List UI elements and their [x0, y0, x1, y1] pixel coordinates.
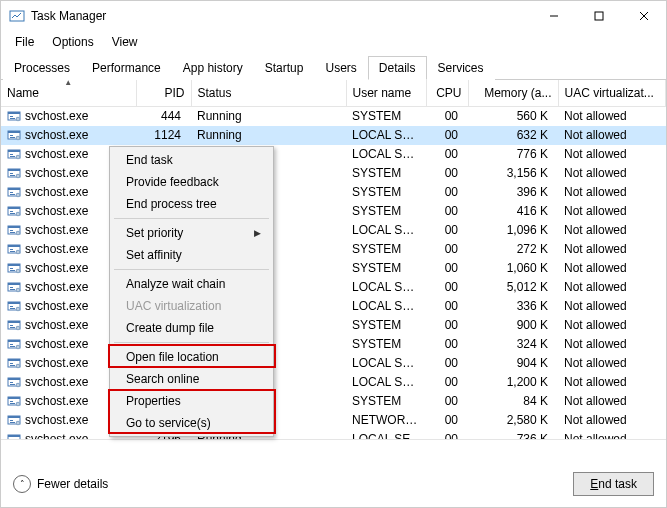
process-uac: Not allowed: [558, 126, 666, 145]
table-row[interactable]: svchost.exe444RunningSYSTEM00560 KNot al…: [1, 107, 666, 126]
column-header-memory[interactable]: Memory (a...: [468, 80, 558, 107]
minimize-button[interactable]: [531, 1, 576, 31]
column-header-name[interactable]: ▲ Name: [1, 80, 136, 107]
context-create-dump-file[interactable]: Create dump file: [112, 317, 271, 339]
context-set-priority[interactable]: Set priority ▶: [112, 222, 271, 244]
menubar: File Options View: [1, 31, 666, 53]
table-row[interactable]: svchost.exe1952RunningNETWORK...002,580 …: [1, 411, 666, 430]
svg-rect-66: [8, 302, 20, 304]
svg-rect-86: [10, 365, 15, 366]
svg-rect-102: [8, 416, 20, 418]
table-row[interactable]: svchost.exeSYSTEM00272 KNot allowed: [1, 240, 666, 259]
svg-rect-13: [10, 135, 13, 136]
context-go-to-services[interactable]: Go to service(s): [112, 412, 271, 434]
end-task-button[interactable]: End task: [573, 472, 654, 496]
context-end-task[interactable]: End task: [112, 149, 271, 171]
svg-rect-104: [10, 422, 15, 423]
process-name: svchost.exe: [25, 432, 88, 440]
process-uac: Not allowed: [558, 221, 666, 240]
context-set-affinity[interactable]: Set affinity: [112, 244, 271, 266]
process-icon: [7, 224, 21, 236]
footer: ˄ Fewer details End task: [1, 461, 666, 507]
context-analyze-wait-chain[interactable]: Analyze wait chain: [112, 273, 271, 295]
process-name: svchost.exe: [25, 128, 88, 142]
table-row[interactable]: svchost.exeLOCAL SE...00776 KNot allowed: [1, 145, 666, 164]
svg-rect-56: [10, 270, 15, 271]
process-user: LOCAL SE...: [346, 126, 426, 145]
tab-details[interactable]: Details: [368, 56, 427, 80]
svg-point-64: [17, 289, 19, 291]
process-uac: Not allowed: [558, 145, 666, 164]
process-name: svchost.exe: [25, 261, 88, 275]
tab-app-history[interactable]: App history: [172, 56, 254, 80]
svg-point-10: [17, 118, 19, 120]
context-separator: [114, 342, 269, 343]
table-row[interactable]: svchost.exe1124RunningLOCAL SE...00632 K…: [1, 126, 666, 145]
menu-view[interactable]: View: [104, 33, 146, 51]
fewer-details-button[interactable]: ˄ Fewer details: [13, 475, 108, 493]
tab-users[interactable]: Users: [314, 56, 367, 80]
process-uac: Not allowed: [558, 259, 666, 278]
process-name: svchost.exe: [25, 280, 88, 294]
table-row[interactable]: svchost.exeSYSTEM00324 KNot allowed: [1, 335, 666, 354]
process-uac: Not allowed: [558, 392, 666, 411]
table-row[interactable]: svchost.exeSYSTEM003,156 KNot allowed: [1, 164, 666, 183]
column-header-uac[interactable]: UAC virtualizat...: [558, 80, 666, 107]
process-cpu: 00: [426, 373, 468, 392]
process-uac: Not allowed: [558, 278, 666, 297]
context-properties[interactable]: Properties: [112, 390, 271, 412]
svg-rect-68: [10, 308, 15, 309]
process-user: LOCAL SE: [346, 430, 426, 441]
context-uac-virtualization: UAC virtualization: [112, 295, 271, 317]
menu-options[interactable]: Options: [44, 33, 101, 51]
process-name: svchost.exe: [25, 185, 88, 199]
context-open-file-location[interactable]: Open file location: [112, 346, 271, 368]
table-row[interactable]: svchost.exeSYSTEM001,060 KNot allowed: [1, 259, 666, 278]
process-status: Running: [191, 126, 346, 145]
column-header-status[interactable]: Status: [191, 80, 346, 107]
table-row[interactable]: svchost.exeSYSTEM00900 KNot allowed: [1, 316, 666, 335]
svg-rect-38: [10, 213, 15, 214]
context-search-online[interactable]: Search online: [112, 368, 271, 390]
process-name: svchost.exe: [25, 204, 88, 218]
table-row[interactable]: svchost.exeLOCAL SE...001,096 KNot allow…: [1, 221, 666, 240]
column-header-pid[interactable]: PID: [136, 80, 191, 107]
table-row[interactable]: svchost.exeSYSTEM00396 KNot allowed: [1, 183, 666, 202]
context-end-process-tree[interactable]: End process tree: [112, 193, 271, 215]
process-memory: 336 K: [468, 297, 558, 316]
tab-startup[interactable]: Startup: [254, 56, 315, 80]
table-row[interactable]: svchost.exeSYSTEM0084 KNot allowed: [1, 392, 666, 411]
table-row[interactable]: svchost.exeLOCAL SE...00904 KNot allowed: [1, 354, 666, 373]
table-row[interactable]: svchost.exeLOCAL SE...001,200 KNot allow…: [1, 373, 666, 392]
table-row[interactable]: svchost.exe2196RunningLOCAL SE00736 KNot…: [1, 430, 666, 441]
svg-rect-18: [8, 150, 20, 152]
process-icon: [7, 167, 21, 179]
table-row[interactable]: svchost.exeLOCAL SE...00336 KNot allowed: [1, 297, 666, 316]
maximize-button[interactable]: [576, 1, 621, 31]
tab-performance[interactable]: Performance: [81, 56, 172, 80]
svg-rect-50: [10, 251, 15, 252]
process-name: svchost.exe: [25, 356, 88, 370]
process-memory: 416 K: [468, 202, 558, 221]
column-header-user[interactable]: User name: [346, 80, 426, 107]
svg-rect-74: [10, 327, 15, 328]
svg-point-34: [17, 194, 19, 196]
process-name: svchost.exe: [25, 413, 88, 427]
svg-rect-2: [595, 12, 603, 20]
close-button[interactable]: [621, 1, 666, 31]
window-title: Task Manager: [31, 9, 106, 23]
process-icon: [7, 262, 21, 274]
process-icon: [7, 110, 21, 122]
table-row[interactable]: svchost.exeSYSTEM00416 KNot allowed: [1, 202, 666, 221]
context-provide-feedback[interactable]: Provide feedback: [112, 171, 271, 193]
process-icon: [7, 148, 21, 160]
menu-file[interactable]: File: [7, 33, 42, 51]
svg-rect-8: [10, 118, 15, 119]
table-row[interactable]: svchost.exeLOCAL SE...005,012 KNot allow…: [1, 278, 666, 297]
tab-processes[interactable]: Processes: [3, 56, 81, 80]
process-uac: Not allowed: [558, 202, 666, 221]
tab-services[interactable]: Services: [427, 56, 495, 80]
process-icon: [7, 319, 21, 331]
process-name: svchost.exe: [25, 109, 88, 123]
column-header-cpu[interactable]: CPU: [426, 80, 468, 107]
